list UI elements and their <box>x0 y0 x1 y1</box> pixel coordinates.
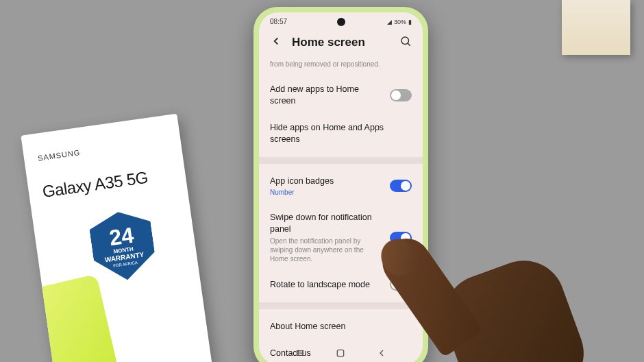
settings-header: Home screen <box>259 28 423 60</box>
setting-swipe-down[interactable]: Swipe down for notification panel Open t… <box>270 204 412 271</box>
phone-device: 08:57 ◢ 30% ▮ Home screen <box>253 7 428 362</box>
setting-rotate-landscape[interactable]: Rotate to landscape mode <box>270 271 412 298</box>
chevron-left-icon <box>270 35 282 47</box>
setting-label: Add new apps to Home screen <box>270 84 383 107</box>
recents-button[interactable] <box>295 348 306 361</box>
setting-hide-apps[interactable]: Hide apps on Home and Apps screens <box>270 114 412 153</box>
setting-about-home-screen[interactable]: About Home screen <box>270 313 412 340</box>
settings-list[interactable]: from being removed or repositioned. Add … <box>259 60 423 362</box>
svg-rect-5 <box>338 350 344 356</box>
page-title: Home screen <box>292 36 399 49</box>
battery-percent: 30% <box>394 19 406 25</box>
toggle-add-new-apps[interactable] <box>390 89 412 101</box>
setting-add-new-apps[interactable]: Add new apps to Home screen <box>270 76 412 114</box>
svg-line-1 <box>408 43 410 45</box>
back-icon <box>376 348 387 359</box>
setting-description: Open the notification panel by swiping d… <box>270 237 383 263</box>
product-box: SAMSUNG Galaxy A35 5G 24 MONTH WARRANTY … <box>21 114 212 362</box>
home-button[interactable] <box>335 348 346 361</box>
setting-value: Number <box>270 188 383 197</box>
section-divider <box>259 302 423 309</box>
recents-icon <box>295 348 306 359</box>
home-icon <box>335 348 346 359</box>
svg-point-0 <box>401 37 409 45</box>
navigation-bar <box>259 344 423 362</box>
setting-label: App icon badges <box>270 176 383 187</box>
setting-app-icon-badges[interactable]: App icon badges Number <box>270 168 412 205</box>
wood-block-decoration <box>562 0 630 55</box>
setting-subtitle: from being removed or repositioned. <box>270 60 412 69</box>
back-button[interactable] <box>270 35 282 50</box>
search-icon <box>399 35 412 47</box>
setting-label: Hide apps on Home and Apps screens <box>270 122 412 145</box>
camera-punch-hole <box>337 18 345 26</box>
status-time: 08:57 <box>270 18 287 25</box>
warranty-months: 24 <box>108 224 135 249</box>
setting-label: About Home screen <box>270 321 412 333</box>
product-model: Galaxy A35 5G <box>41 165 173 202</box>
search-button[interactable] <box>399 35 412 50</box>
section-divider <box>259 157 423 164</box>
toggle-app-icon-badges[interactable] <box>390 180 412 192</box>
phone-screen: 08:57 ◢ 30% ▮ Home screen <box>259 12 423 362</box>
signal-icon: ◢ <box>387 19 392 25</box>
status-indicators: ◢ 30% ▮ <box>387 19 412 25</box>
brand-logo: SAMSUNG <box>37 136 167 162</box>
toggle-swipe-down[interactable] <box>390 232 412 244</box>
setting-label: Swipe down for notification panel <box>270 212 383 235</box>
battery-icon: ▮ <box>408 19 412 25</box>
toggle-rotate-landscape[interactable] <box>390 278 412 291</box>
back-nav-button[interactable] <box>376 348 387 361</box>
setting-label: Rotate to landscape mode <box>270 279 383 291</box>
warranty-badge: 24 MONTH WARRANTY FOR AFRICA <box>88 208 158 285</box>
setting-lock-layout[interactable]: from being removed or repositioned. <box>270 60 412 76</box>
